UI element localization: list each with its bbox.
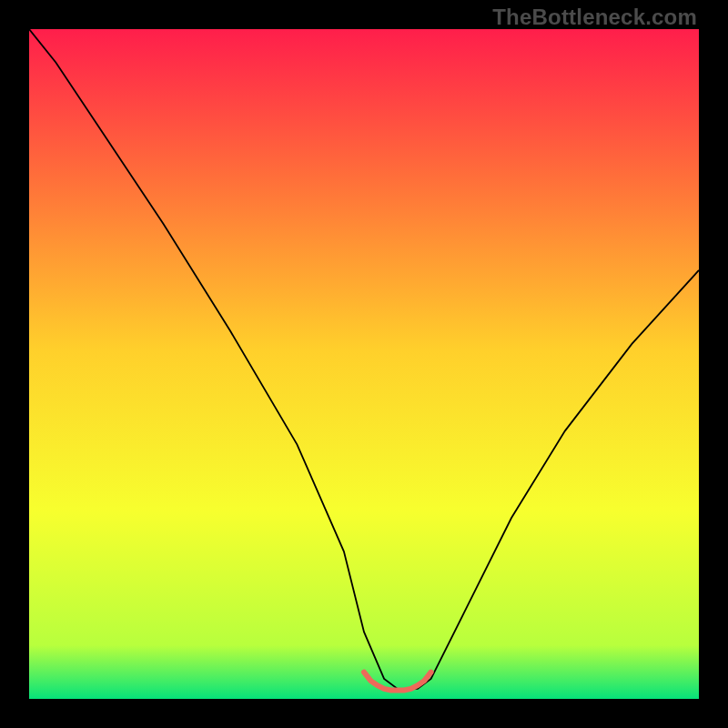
- chart-frame: [29, 29, 699, 699]
- chart-svg: [29, 29, 699, 699]
- watermark-text: TheBottleneck.com: [492, 5, 697, 30]
- gradient-background: [29, 29, 699, 699]
